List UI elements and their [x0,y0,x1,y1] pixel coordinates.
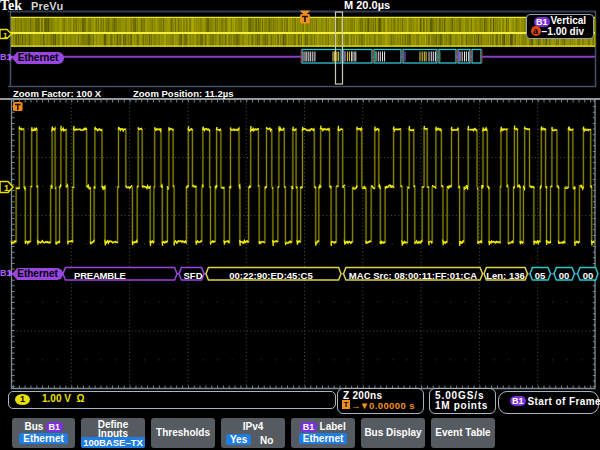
svg-text:1: 1 [3,31,8,40]
svg-text:1: 1 [4,183,9,193]
